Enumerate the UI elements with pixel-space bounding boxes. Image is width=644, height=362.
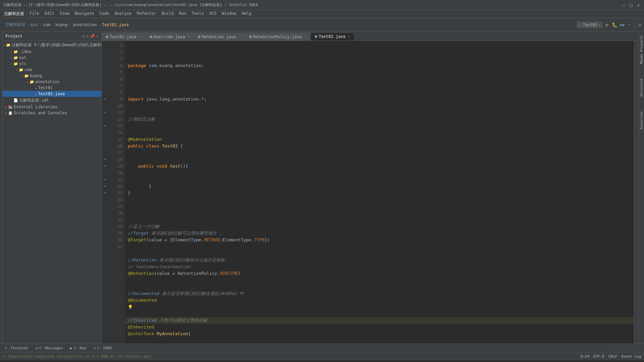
menu-item-navigate[interactable]: Navigate — [72, 10, 97, 17]
sidebar-pin-icon[interactable]: 📌 — [90, 34, 95, 39]
event-log-button[interactable]: Event Log — [621, 354, 641, 359]
code-editor[interactable]: ▾▾▾▾▾▾▾▾ 1234567891011121314151617181920… — [102, 41, 639, 344]
run-config-selector[interactable]: ☕ Test01 ▾ — [577, 21, 603, 28]
status-check-icon: ✓ — [3, 354, 5, 359]
editor-tab-test02[interactable]: Test02.java× — [311, 33, 355, 41]
tree-item[interactable]: ▾📁.idea — [3, 49, 101, 55]
tree-item[interactable]: ▾📁注解和反射 F:\数学\班级\Demo班\代码\注解和反射 — [3, 42, 101, 49]
gutter-line[interactable]: ▾ — [102, 156, 108, 163]
bottom-tab-messages[interactable]: ✉0: Messages — [32, 345, 66, 351]
tree-item[interactable]: ☕Test01 — [3, 85, 101, 91]
line-separator[interactable]: CRLF — [608, 354, 618, 359]
tab-close-button[interactable]: × — [187, 35, 190, 39]
menu-item-tools[interactable]: Tools — [189, 10, 207, 17]
minimize-button[interactable]: — — [621, 3, 626, 7]
tree-expand-arrow[interactable]: ▾ — [20, 74, 24, 78]
tab-close-button[interactable]: × — [348, 35, 350, 39]
menu-item-build[interactable]: Build — [159, 10, 176, 17]
sidebar-settings-icon[interactable]: ⚙ — [82, 34, 85, 39]
gutter-line[interactable]: ▾ — [102, 163, 108, 170]
menu-item-vcs[interactable]: VCS — [207, 10, 219, 17]
editor-tab-test01[interactable]: Test01.java× — [102, 33, 146, 41]
debug-button[interactable]: 🐛 — [612, 22, 618, 27]
run-with-coverage-button[interactable]: ▶▶ — [620, 22, 625, 27]
sidebar-header: Project ⚙ ≡ 📌 ✕ — [3, 32, 101, 41]
tree-item-label: Test01 — [38, 85, 53, 90]
tree-item[interactable]: ▾📁kuang — [3, 73, 101, 79]
gutter-line — [102, 49, 108, 56]
run-button[interactable]: ▶ — [606, 21, 609, 28]
gutter-line[interactable]: ▾ — [102, 109, 108, 116]
structure-tab[interactable]: Structure — [639, 74, 644, 101]
close-button[interactable]: ✕ — [636, 3, 641, 7]
tab-close-button[interactable]: × — [239, 35, 241, 39]
code-content[interactable]: package com.kuang.annotation; import jav… — [125, 41, 634, 344]
tree-item[interactable]: 📄注解和反射.iml — [3, 97, 101, 104]
tab-close-button[interactable]: × — [304, 35, 306, 39]
gutter-line[interactable]: ▾ — [102, 176, 108, 183]
editor-tabs: Test01.java×Override.java×Retention.java… — [102, 32, 639, 41]
tree-item[interactable]: ▾📁annotation — [3, 79, 101, 85]
gutter-line[interactable]: ▾ — [102, 123, 108, 129]
tree-item-icon: 📁 — [6, 43, 11, 47]
bottom-tab-terminal[interactable]: >_Terminal — [1, 345, 32, 351]
menu-item-edit[interactable]: Edit — [42, 10, 57, 17]
favorites-tab[interactable]: Favorites — [639, 107, 644, 133]
breadcrumb-file[interactable]: Test02.java — [102, 22, 128, 27]
menu-item-analyze[interactable]: Analyze — [112, 10, 134, 17]
breadcrumb-annotation[interactable]: annotation — [72, 22, 97, 27]
menu-item-注解和反射[interactable]: 注解和反射 — [1, 10, 27, 17]
tree-expand-arrow[interactable]: ▶ — [4, 105, 8, 109]
code-line: @MyAnnotation — [128, 136, 631, 143]
menu-item-help[interactable]: Help — [239, 10, 254, 17]
code-line: @Documented — [128, 297, 631, 304]
bottom-tab-run[interactable]: ▶4: Run — [67, 345, 90, 351]
bulb-icon[interactable]: 💡 — [128, 305, 133, 309]
tab-close-button[interactable]: × — [139, 35, 141, 39]
left-stripe — [0, 32, 3, 344]
maximize-button[interactable]: □ — [629, 3, 633, 7]
tree-item[interactable]: ▶📋Scratches and Consoles — [3, 110, 101, 116]
tree-expand-arrow[interactable]: ▾ — [9, 56, 13, 60]
tree-item[interactable]: ▾📁src — [3, 61, 101, 67]
encoding[interactable]: UTF-8 — [593, 354, 604, 359]
menu-item-run[interactable]: Run — [176, 10, 189, 17]
tree-expand-arrow[interactable]: ▾ — [15, 68, 19, 72]
settings-button[interactable]: ⚙ — [639, 22, 641, 27]
line-number: 13 — [110, 123, 122, 129]
tree-expand-arrow[interactable]: ▾ — [25, 80, 30, 84]
gutter-line[interactable]: ▾ — [102, 190, 108, 196]
code-token: //Inherited — [128, 318, 157, 323]
menu-item-window[interactable]: Window — [219, 10, 239, 17]
tree-expand-arrow[interactable]: ▾ — [9, 50, 13, 54]
tree-item[interactable]: ▾📁com — [3, 67, 101, 73]
code-token: 表示我们的注解可以用在哪些地方 — [149, 231, 220, 236]
menu-item-view[interactable]: View — [57, 10, 72, 17]
tab-icon — [106, 36, 108, 38]
tree-item[interactable]: ▶📚External Libraries — [3, 104, 101, 110]
breadcrumb-kuang[interactable]: kuang — [55, 22, 67, 27]
cursor-position[interactable]: 9:24 — [580, 354, 589, 359]
menu-item-code[interactable]: Code — [97, 10, 112, 17]
gutter-line[interactable]: ▾ — [102, 96, 108, 103]
menu-item-refactor[interactable]: Refactor — [134, 10, 159, 17]
tree-expand-arrow[interactable]: ▶ — [4, 111, 8, 115]
more-toolbar-actions[interactable]: ⋯ — [628, 22, 630, 27]
gutter-line[interactable]: ▾ — [102, 183, 108, 190]
breadcrumb-src[interactable]: src — [31, 22, 38, 27]
tree-item[interactable]: ☕Test02.java — [3, 91, 101, 97]
sidebar-close-icon[interactable]: ✕ — [96, 34, 99, 39]
editor-tab-retention[interactable]: Retention.java× — [194, 33, 245, 41]
sidebar-collapse-icon[interactable]: ≡ — [86, 34, 89, 39]
tree-item[interactable]: ▾📁out — [3, 55, 101, 61]
breadcrumb-com[interactable]: com — [43, 22, 50, 27]
code-token: 表示是否将我们的注解生成在JAVADoc 中 — [159, 291, 244, 296]
code-token: }) — [264, 237, 270, 242]
editor-tab-override[interactable]: Override.java× — [146, 33, 194, 41]
maven-projects-tab[interactable]: Maven Projects — [639, 32, 644, 68]
tree-expand-arrow[interactable]: ▾ — [9, 62, 13, 66]
editor-tab-retentionpolicy[interactable]: RetentionPolicy.java× — [245, 33, 311, 41]
code-token: @Retention — [128, 271, 154, 276]
bottom-tab-todo[interactable]: ☑6: TODO — [90, 345, 115, 351]
menu-item-file[interactable]: File — [27, 10, 42, 17]
